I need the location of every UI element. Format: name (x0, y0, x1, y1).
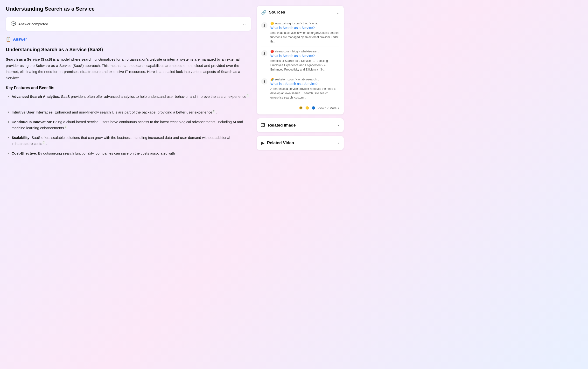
source-details-3: 🌈 seekstorm.com > what-is-search... What… (270, 78, 339, 100)
sources-list: 1 🟡 www.bainsight.com > blog > wha... Wh… (257, 19, 344, 114)
bullet-dot (8, 137, 9, 138)
source-link-2[interactable]: What is Search as a Service? (270, 54, 339, 58)
source-number-3: 3 (261, 78, 268, 84)
related-video-title: Related Video (267, 141, 294, 145)
related-image-title-row: 🖼 Related Image (261, 123, 296, 128)
answer-label: Answer (13, 37, 27, 41)
related-image-header[interactable]: 🖼 Related Image ‹ (257, 118, 344, 132)
source-number-2: 2 (261, 50, 268, 57)
chevron-left-icon[interactable]: ‹ (338, 141, 339, 145)
source-item-1[interactable]: 1 🟡 www.bainsight.com > blog > wha... Wh… (261, 19, 339, 47)
sidebar: 🔗 Sources ⌄ 1 🟡 www.bainsight.com > blog… (257, 6, 344, 150)
source-avatar-3: 🔵 (311, 105, 316, 111)
chevron-down-icon[interactable]: ⌄ (243, 21, 246, 27)
source-item-3[interactable]: 3 🌈 seekstorm.com > what-is-search... Wh… (261, 75, 339, 103)
status-text: Answer completed (18, 22, 48, 26)
related-video-header[interactable]: ▶ Related Video ‹ (257, 136, 344, 150)
source-domain-1: 🟡 www.bainsight.com > blog > wha... (270, 22, 339, 25)
source-avatars: 😊 🟡 🔵 (298, 105, 316, 111)
source-item-2[interactable]: 2 🔴 aisera.com > blog > what-is-sear... … (261, 47, 339, 75)
source-number-1: 1 (261, 22, 268, 29)
list-item-text: Scalability: SaaS offers scalable soluti… (12, 134, 251, 147)
answer-icon: 📋 (6, 37, 11, 42)
article-title: Understanding Search as a Service (SaaS) (6, 47, 251, 52)
status-icon: 💬 (11, 21, 16, 27)
page-title: Understanding Search as a Service (6, 6, 251, 12)
list-item-text: Continuous Innovation: Being a cloud-bas… (12, 119, 251, 131)
bullet-dot (8, 112, 9, 113)
chevron-left-icon[interactable]: ‹ (338, 123, 339, 127)
source-domain-2: 🔴 aisera.com > blog > what-is-sear... (270, 50, 339, 53)
image-icon: 🖼 (261, 123, 266, 128)
list-item: Scalability: SaaS offers scalable soluti… (8, 134, 251, 147)
source-favicon-3: 🌈 (270, 78, 274, 81)
key-features-heading: Key Features and Benefits (6, 86, 251, 90)
bullet-dot (8, 153, 9, 154)
related-video-title-row: ▶ Related Video (261, 140, 294, 146)
status-left: 💬 Answer completed (11, 21, 48, 27)
source-details-2: 🔴 aisera.com > blog > what-is-sear... Wh… (270, 50, 339, 72)
status-card[interactable]: 💬 Answer completed ⌄ (6, 17, 251, 31)
source-link-1[interactable]: What is Search as a Service? (270, 26, 339, 30)
list-item: Cost-Effective: By outsourcing search fu… (8, 150, 251, 156)
sources-title-row: 🔗 Sources (261, 10, 285, 15)
list-item-text: Intuitive User Interfaces: Enhanced and … (12, 109, 217, 115)
source-domain-3: 🌈 seekstorm.com > what-is-search... (270, 78, 339, 81)
source-link-3[interactable]: What is a Search as a Service? (270, 82, 339, 86)
sources-title: Sources (269, 10, 285, 15)
link-icon: 🔗 (261, 10, 267, 15)
list-item: Advanced Search Analytics: SaaS provider… (8, 93, 251, 106)
answer-section-header: 📋 Answer (6, 37, 251, 42)
related-video-card[interactable]: ▶ Related Video ‹ (257, 136, 344, 150)
view-more-link[interactable]: View 17 More > (318, 106, 339, 110)
source-avatar-1: 😊 (298, 105, 304, 111)
article-intro-bold: Search as a Service (SaaS) (6, 57, 52, 61)
list-item: Intuitive User Interfaces: Enhanced and … (8, 109, 251, 115)
source-favicon-1: 🟡 (270, 22, 274, 25)
features-list: Advanced Search Analytics: SaaS provider… (6, 93, 251, 156)
sources-card-header[interactable]: 🔗 Sources ⌄ (257, 6, 344, 19)
source-details-1: 🟡 www.bainsight.com > blog > wha... What… (270, 22, 339, 44)
sources-card: 🔗 Sources ⌄ 1 🟡 www.bainsight.com > blog… (257, 6, 344, 114)
related-image-card[interactable]: 🖼 Related Image ‹ (257, 118, 344, 132)
list-item-text: Advanced Search Analytics: SaaS provider… (12, 93, 251, 106)
main-content: Understanding Search as a Service 💬 Answ… (6, 6, 251, 160)
article-intro: Search as a Service (SaaS) is a model wh… (6, 56, 251, 81)
source-snippet-3: A search as a service provider removes t… (270, 87, 339, 100)
list-item-text: Cost-Effective: By outsourcing search fu… (12, 150, 175, 156)
source-snippet-2: Benefits of Search as a Service · 1- Boo… (270, 59, 339, 72)
video-icon: ▶ (261, 140, 265, 146)
source-snippet-1: Search as a service is when an organizat… (270, 31, 339, 44)
bullet-dot (8, 121, 9, 123)
article: Understanding Search as a Service (SaaS)… (6, 47, 251, 156)
view-more-row[interactable]: 😊 🟡 🔵 View 17 More > (261, 103, 339, 111)
related-image-title: Related Image (268, 123, 296, 128)
chevron-down-icon[interactable]: ⌄ (336, 10, 339, 15)
list-item: Continuous Innovation: Being a cloud-bas… (8, 119, 251, 131)
source-favicon-2: 🔴 (270, 50, 274, 53)
source-avatar-2: 🟡 (305, 105, 310, 111)
bullet-dot (8, 96, 9, 97)
